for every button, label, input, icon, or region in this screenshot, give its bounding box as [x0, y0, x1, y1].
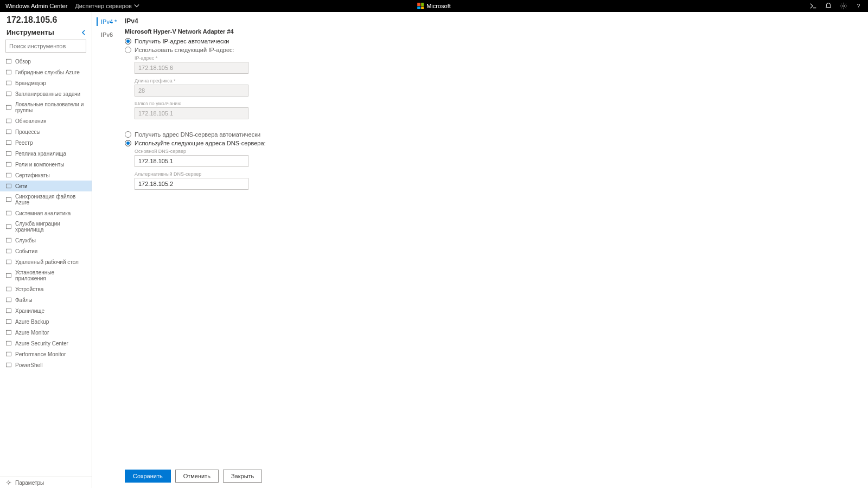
sidebar-item[interactable]: Azure Monitor: [0, 327, 92, 338]
sidebar-item[interactable]: Устройства: [0, 284, 92, 294]
notifications-icon[interactable]: [825, 2, 832, 10]
sidebar-item-settings[interactable]: Параметры: [0, 477, 92, 488]
dns-primary-input[interactable]: [135, 155, 248, 167]
svg-text:?: ?: [857, 3, 860, 9]
svg-rect-20: [7, 260, 11, 264]
svg-rect-6: [7, 92, 11, 96]
close-button[interactable]: Закрыть: [223, 470, 262, 483]
sidebar-item[interactable]: Установленные приложения: [0, 267, 92, 284]
ip-label: IP-адрес *: [135, 55, 860, 61]
sidebar-item[interactable]: Системная аналитика: [0, 208, 92, 219]
tool-icon: [5, 248, 12, 254]
sidebar-item-label: Установленные приложения: [15, 269, 86, 281]
svg-rect-27: [7, 341, 11, 345]
sidebar-item[interactable]: Обзор: [0, 56, 92, 67]
tool-icon: [5, 183, 12, 189]
sidebar-item-label: PowerShell: [15, 362, 43, 368]
sidebar-item[interactable]: Гибридные службы Azure: [0, 67, 92, 78]
tool-icon: [5, 58, 12, 65]
svg-rect-9: [7, 130, 11, 134]
sidebar-item[interactable]: Роли и компоненты: [0, 159, 92, 170]
server-name: 172.18.105.6: [0, 12, 92, 26]
dns-alt-label: Альтернативный DNS-сервер: [135, 171, 860, 177]
tab-ipv4[interactable]: IPv4 *: [97, 17, 125, 26]
sidebar-item[interactable]: Локальные пользователи и группы: [0, 99, 92, 115]
microsoft-logo-icon: [417, 3, 424, 9]
sidebar-item-label: Службы: [15, 237, 36, 243]
dns-alt-input[interactable]: [135, 178, 248, 190]
sidebar-item[interactable]: Хранилище: [0, 305, 92, 316]
tools-title: Инструменты: [7, 28, 54, 36]
sidebar-item[interactable]: Azure Backup: [0, 316, 92, 327]
svg-rect-10: [7, 140, 11, 145]
radio-ip-auto[interactable]: Получить IP-адрес автоматически: [125, 38, 860, 44]
sidebar-item[interactable]: PowerShell: [0, 359, 92, 370]
sidebar-item[interactable]: Служба миграции хранилища: [0, 219, 92, 235]
sidebar-item[interactable]: Удаленный рабочий стол: [0, 256, 92, 267]
sidebar-item-label: Служба миграции хранилища: [15, 221, 86, 233]
radio-dns-auto[interactable]: Получить адрес DNS-сервера автоматически: [125, 131, 860, 138]
search-input[interactable]: [9, 43, 84, 49]
tool-icon: [5, 237, 12, 243]
brand-center: Microsoft: [417, 3, 451, 9]
sidebar-item[interactable]: Процессы: [0, 126, 92, 137]
tools-search[interactable]: [5, 40, 86, 53]
context-dropdown[interactable]: Диспетчер серверов: [75, 3, 139, 9]
tool-icon: [5, 210, 12, 216]
sidebar-item[interactable]: Обновления: [0, 115, 92, 126]
sidebar-item[interactable]: События: [0, 246, 92, 256]
chevron-left-icon[interactable]: [81, 30, 86, 35]
svg-rect-26: [7, 330, 11, 335]
svg-rect-22: [7, 287, 11, 291]
tool-icon: [5, 69, 12, 75]
app-name[interactable]: Windows Admin Center: [5, 3, 67, 9]
sidebar-item[interactable]: Реплика хранилища: [0, 148, 92, 159]
tab-ipv6[interactable]: IPv6: [97, 30, 125, 39]
sidebar-item-label: Гибридные службы Azure: [15, 69, 80, 75]
svg-rect-15: [7, 197, 11, 202]
sidebar-item-label: Локальные пользователи и группы: [15, 101, 86, 113]
radio-label: Используйте следующие адреса DNS-сервера…: [135, 140, 266, 146]
tool-icon: [5, 196, 12, 203]
chevron-down-icon: [134, 3, 139, 9]
tool-icon: [5, 118, 12, 124]
gear-icon: [5, 479, 12, 486]
cancel-button[interactable]: Отменить: [175, 470, 219, 483]
sidebar-item[interactable]: Брандмауэр: [0, 78, 92, 88]
help-icon[interactable]: ?: [855, 2, 863, 10]
radio-ip-manual[interactable]: Использовать следующий IP-адрес:: [125, 47, 860, 53]
sidebar-item-label: Обновления: [15, 118, 47, 124]
sidebar-item[interactable]: Запланированные задачи: [0, 88, 92, 99]
tool-icon: [5, 286, 12, 292]
sidebar-item[interactable]: Реестр: [0, 137, 92, 148]
sidebar-item[interactable]: Синхронизация файлов Azure: [0, 191, 92, 208]
ip-input: [135, 62, 248, 74]
left-column: 172.18.105.6 Инструменты ОбзорГибридные …: [0, 12, 92, 488]
sidebar-item[interactable]: Performance Monitor: [0, 349, 92, 359]
tool-icon: [5, 272, 12, 279]
sidebar-item-label: Azure Security Center: [15, 341, 68, 346]
gear-icon[interactable]: [840, 2, 847, 10]
sidebar-item-label: Performance Monitor: [15, 351, 66, 357]
save-button[interactable]: Сохранить: [125, 470, 171, 483]
svg-rect-29: [7, 363, 11, 367]
tool-icon: [5, 80, 12, 86]
svg-rect-17: [7, 224, 11, 229]
svg-rect-13: [7, 173, 11, 177]
tool-icon: [5, 259, 12, 265]
sidebar-item[interactable]: Службы: [0, 235, 92, 246]
sidebar-item[interactable]: Azure Security Center: [0, 338, 92, 349]
tool-icon: [5, 297, 12, 303]
radio-dns-manual[interactable]: Используйте следующие адреса DNS-сервера…: [125, 140, 860, 146]
svg-rect-7: [7, 105, 11, 110]
sidebar-item-label: Процессы: [15, 129, 41, 135]
sidebar-item[interactable]: Сертификаты: [0, 170, 92, 181]
svg-rect-18: [7, 238, 11, 242]
svg-point-0: [843, 5, 845, 7]
gateway-input: [135, 107, 248, 119]
sidebar-item-label: Azure Monitor: [15, 330, 49, 336]
sidebar-item[interactable]: Файлы: [0, 294, 92, 305]
sidebar-item[interactable]: Сети: [0, 181, 92, 191]
powershell-icon[interactable]: [809, 2, 817, 10]
svg-rect-5: [7, 81, 11, 85]
